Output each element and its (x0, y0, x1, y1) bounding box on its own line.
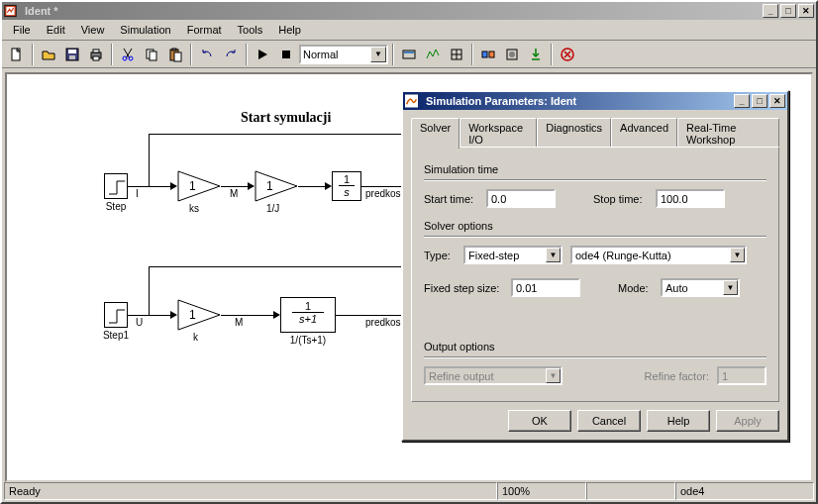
input-start-time[interactable] (486, 189, 556, 208)
copy-icon[interactable] (141, 44, 162, 65)
svg-rect-8 (93, 56, 99, 60)
annotation-start: Start symulacji (241, 110, 331, 126)
arrow-icon (170, 182, 177, 190)
wire (149, 266, 150, 315)
redo-icon[interactable] (220, 44, 242, 65)
svg-rect-18 (404, 51, 414, 53)
svg-text:1: 1 (189, 179, 196, 193)
paste-icon[interactable] (164, 44, 186, 65)
input-stop-time[interactable] (656, 189, 725, 208)
tabstrip: Solver Workspace I/O Diagnostics Advance… (411, 118, 779, 149)
signal-I: I (136, 188, 139, 199)
dialog-sim-params: Simulation Parameters: Ident _ □ ✕ Solve… (401, 90, 789, 442)
tab-diagnostics[interactable]: Diagnostics (537, 118, 611, 149)
dialog-close-button[interactable]: ✕ (769, 94, 785, 108)
tab-rtw[interactable]: Real-Time Workshop (677, 118, 779, 149)
tool-icon-7[interactable] (557, 44, 578, 65)
play-icon[interactable] (252, 44, 273, 65)
dialog-titlebar[interactable]: Simulation Parameters: Ident _ □ ✕ (403, 92, 787, 110)
svg-point-25 (509, 51, 515, 57)
print-icon[interactable] (85, 44, 107, 65)
wire (149, 266, 406, 267)
chevron-down-icon: ▼ (546, 368, 561, 383)
chevron-down-icon[interactable]: ▼ (730, 248, 745, 262)
label-k: k (193, 332, 198, 343)
menu-simulation[interactable]: Simulation (113, 22, 177, 38)
tool-icon-4[interactable] (477, 44, 499, 65)
apply-button: Apply (716, 410, 779, 432)
block-step[interactable] (104, 173, 128, 199)
simulation-mode-value[interactable] (301, 49, 370, 60)
block-transfer-fcn[interactable]: 1 s+1 (280, 297, 336, 333)
tool-icon-6[interactable] (525, 44, 547, 65)
menu-format[interactable]: Format (180, 22, 229, 38)
tab-solver[interactable]: Solver (411, 118, 460, 149)
select-type-value: Fixed-step (465, 250, 546, 261)
save-icon[interactable] (61, 44, 83, 65)
chevron-down-icon[interactable]: ▼ (723, 280, 738, 295)
tool-icon-1[interactable] (398, 44, 420, 65)
svg-rect-12 (150, 51, 156, 60)
wire (361, 186, 405, 187)
tool-icon-2[interactable] (422, 44, 444, 65)
tab-advanced[interactable]: Advanced (611, 118, 677, 149)
select-solver[interactable]: ode4 (Runge-Kutta) ▼ (570, 246, 747, 264)
arrow-icon (248, 182, 255, 190)
select-output-value: Refine output (426, 370, 546, 382)
svg-rect-14 (172, 49, 176, 50)
window-title: Ident * (23, 5, 763, 17)
open-icon[interactable] (38, 44, 59, 65)
arrow-icon (170, 311, 177, 319)
close-button[interactable]: ✕ (798, 4, 814, 18)
menu-edit[interactable]: Edit (40, 22, 72, 38)
simulation-mode-combo[interactable]: ▼ (299, 45, 388, 64)
input-fixed-step[interactable] (511, 278, 580, 297)
out-label-2: predkosc (365, 317, 406, 328)
tool-icon-3[interactable] (446, 44, 467, 65)
integ-num: 1 (333, 172, 360, 185)
label-step: Step (100, 201, 132, 212)
new-icon[interactable] (6, 44, 28, 65)
block-gain-1J[interactable]: 1 (255, 170, 298, 204)
menubar: File Edit View Simulation Format Tools H… (2, 20, 816, 41)
select-type[interactable]: Fixed-step ▼ (463, 246, 562, 264)
svg-marker-31 (178, 300, 220, 330)
undo-icon[interactable] (196, 44, 218, 65)
label-mode: Mode: (618, 282, 653, 294)
wire (149, 134, 150, 186)
block-gain-ks[interactable]: 1 (177, 170, 221, 204)
svg-rect-15 (174, 52, 181, 61)
dialog-button-row: OK Cancel Help Apply (411, 402, 779, 432)
tool-icon-5[interactable] (501, 44, 523, 65)
dialog-maximize-button[interactable]: □ (752, 94, 767, 108)
block-integrator[interactable]: 1 s (332, 171, 361, 201)
select-output: Refine output ▼ (424, 366, 562, 385)
select-mode-value: Auto (663, 282, 723, 294)
menu-tools[interactable]: Tools (231, 22, 270, 38)
menu-file[interactable]: File (6, 22, 38, 38)
select-mode[interactable]: Auto ▼ (661, 278, 740, 297)
menu-help[interactable]: Help (271, 22, 308, 38)
svg-rect-7 (93, 50, 99, 52)
chevron-down-icon[interactable]: ▼ (370, 47, 386, 62)
block-step1[interactable] (104, 302, 128, 328)
arrow-icon (273, 311, 280, 319)
chevron-down-icon[interactable]: ▼ (546, 248, 561, 262)
menu-view[interactable]: View (74, 22, 112, 38)
svg-rect-4 (68, 50, 76, 53)
status-solver: ode4 (675, 482, 814, 500)
cut-icon[interactable] (117, 44, 139, 65)
stop-icon[interactable] (275, 44, 297, 65)
block-gain-k[interactable]: 1 (177, 299, 221, 333)
cancel-button[interactable]: Cancel (577, 410, 641, 432)
dialog-title: Simulation Parameters: Ident (424, 95, 734, 107)
tab-workspace-io[interactable]: Workspace I/O (460, 118, 537, 149)
group-solver-options: Solver options (424, 220, 767, 232)
dialog-minimize-button[interactable]: _ (734, 94, 750, 108)
minimize-button[interactable]: _ (763, 4, 778, 18)
matlab-icon (405, 93, 421, 109)
maximize-button[interactable]: □ (780, 4, 796, 18)
ok-button[interactable]: OK (508, 410, 571, 432)
status-empty1 (586, 482, 675, 500)
help-button[interactable]: Help (647, 410, 710, 432)
